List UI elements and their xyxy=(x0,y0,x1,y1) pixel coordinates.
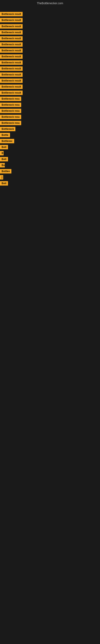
site-title: TheBottlenecker.com xyxy=(0,0,100,6)
bottleneck-result-item: Bott xyxy=(0,181,8,186)
bottleneck-result-item: Bottleneck result xyxy=(0,24,23,30)
bottleneck-badge: Bottlen xyxy=(0,169,11,174)
bottleneck-badge: Bottleneck result xyxy=(0,42,23,47)
bottleneck-badge: Bottleneck result xyxy=(0,48,23,53)
bottleneck-badge: Bo xyxy=(0,163,5,168)
bottleneck-badge: Bott xyxy=(0,181,8,186)
bottleneck-badge: Bottleneck result xyxy=(0,60,23,65)
bottleneck-result-item: Bo xyxy=(0,163,5,168)
bottleneck-badge: Bottleneck result xyxy=(0,18,23,22)
bottleneck-result-item: Bottleneck resu xyxy=(0,115,21,120)
bottleneck-result-item: Bottleneck result xyxy=(0,54,23,60)
bottleneck-badge: Bott xyxy=(0,145,8,149)
bottleneck-result-item: Bottlenec xyxy=(0,139,14,144)
bottleneck-result-item: Bottle xyxy=(0,133,10,138)
bottleneck-result-item: Bottleneck result xyxy=(0,72,23,78)
bottleneck-badge: Bottleneck resu xyxy=(0,109,21,113)
bottleneck-badge: Bottleneck xyxy=(0,127,15,131)
bottleneck-result-item: Bottleneck resu xyxy=(0,121,21,126)
bottleneck-badge: Bottleneck resu xyxy=(0,115,21,119)
bottleneck-result-item: Bottleneck result xyxy=(0,42,23,48)
bottleneck-badge: Bottleneck resu xyxy=(0,121,21,125)
bottleneck-badge: Bottleneck resu xyxy=(0,103,21,107)
bottleneck-badge: Bottleneck result xyxy=(0,54,23,59)
bottleneck-badge: Bottleneck result xyxy=(0,84,23,89)
bottleneck-result-item: | xyxy=(0,175,3,180)
bottleneck-result-item: Bottleneck result xyxy=(0,90,23,96)
bottleneck-result-item: Bottleneck result xyxy=(0,78,23,84)
bottleneck-badge: Bottleneck resu xyxy=(0,96,21,101)
bottleneck-result-item: Bottlen xyxy=(0,169,11,174)
bottleneck-badge: Bottleneck result xyxy=(0,24,23,28)
bottleneck-badge: B xyxy=(0,151,3,155)
bottleneck-badge: | xyxy=(0,175,3,180)
bottleneck-badge: Bottlenec xyxy=(0,139,14,143)
bottleneck-result-item: Bottleneck resu xyxy=(0,96,21,102)
bottleneck-badge: Bottleneck result xyxy=(0,36,23,41)
bottleneck-result-item: Bottleneck result xyxy=(0,12,23,17)
bottleneck-badge: Bott xyxy=(0,157,8,162)
bottleneck-result-item: Bottleneck result xyxy=(0,60,23,66)
bottleneck-badge: Bottleneck result xyxy=(0,72,23,77)
bottleneck-result-item: Bottleneck result xyxy=(0,18,23,23)
bottleneck-badge: Bottleneck result xyxy=(0,66,23,71)
bottleneck-result-item: Bottleneck result xyxy=(0,84,23,90)
bottleneck-badge: Bottleneck result xyxy=(0,90,23,95)
bottleneck-result-item: Bott xyxy=(0,157,8,162)
bottleneck-badge: Bottleneck result xyxy=(0,12,23,16)
bottleneck-badge: Bottleneck result xyxy=(0,78,23,83)
bottleneck-result-item: Bottleneck result xyxy=(0,48,23,54)
bottleneck-result-item: B xyxy=(0,151,3,156)
bottleneck-result-item: Bottleneck result xyxy=(0,66,23,72)
bottleneck-result-item: Bottleneck resu xyxy=(0,109,21,114)
bottleneck-result-item: Bottleneck result xyxy=(0,30,23,36)
bottleneck-result-item: Bott xyxy=(0,145,8,150)
bottleneck-badge: Bottleneck result xyxy=(0,30,23,34)
bottleneck-result-item: Bottleneck resu xyxy=(0,103,21,108)
bottleneck-badge: Bottle xyxy=(0,133,10,137)
bottleneck-result-item: Bottleneck result xyxy=(0,36,23,42)
bottleneck-result-item: Bottleneck xyxy=(0,127,15,132)
